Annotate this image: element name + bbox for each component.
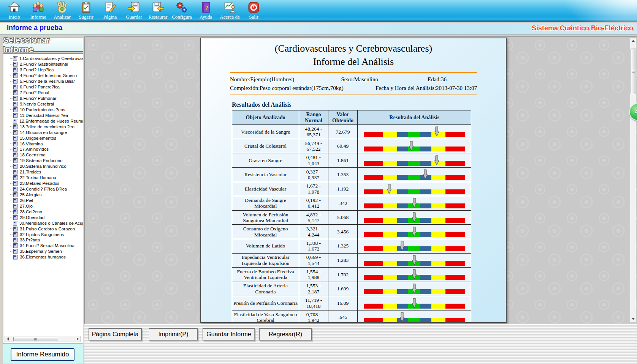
result-bar-cell xyxy=(358,282,471,296)
button-accel: R xyxy=(296,331,300,338)
toolbar-button-guardar[interactable]: Guardar xyxy=(122,0,146,21)
toolbar-button-informe[interactable]: Informe xyxy=(26,0,50,21)
button-accel: P xyxy=(182,331,187,338)
toolbar-button-acerca-de[interactable]: Acerca de xyxy=(218,0,242,21)
report-title-line1: (Cardiovasculares y Cerebrovasculares) xyxy=(201,42,506,55)
sidebar-item-label: 34.Funci? Sexual Masculina xyxy=(20,243,74,248)
imprimir-button[interactable]: Imprimir(P) xyxy=(149,328,198,340)
scroll-down-arrow-icon[interactable] xyxy=(630,316,636,322)
report-doc-icon xyxy=(13,136,18,141)
pagina-completa-button[interactable]: Página Completa xyxy=(89,328,142,340)
result-marker-icon xyxy=(400,312,404,322)
report-doc-icon xyxy=(13,232,18,237)
informe-resumido-button[interactable]: Informe Resumido xyxy=(11,348,74,361)
result-marker-icon xyxy=(409,141,414,151)
toolbar-button-analizar[interactable]: Analizar xyxy=(50,0,74,21)
sidebar-item-11[interactable]: 11.Densidad Mineral ?ea xyxy=(10,112,83,118)
result-value: 1.283 xyxy=(328,253,357,268)
results-table: Objeto Analizado Rango Normal Valor Obte… xyxy=(232,110,471,323)
tree-horizontal-scrollbar[interactable] xyxy=(5,336,81,342)
sidebar-item-label: 27.Ojo xyxy=(20,204,33,208)
toolbar-button-inicio[interactable]: Inicio xyxy=(2,0,26,21)
sidebar-item-35[interactable]: 35.Esperma y Semen xyxy=(10,249,83,254)
toolbar-label: Configura xyxy=(172,14,192,20)
sidebar-item-21[interactable]: 21.Tiroides xyxy=(10,169,83,175)
tree-scroll-track[interactable] xyxy=(10,337,75,341)
scroll-up-arrow-icon[interactable] xyxy=(630,38,636,44)
sidebar-item-label: 8.Funci? Pulmonar xyxy=(20,96,57,101)
app-brand-title: Sistema Cuántico Bio-Eléctrico xyxy=(532,24,633,32)
result-range: 4,832 - 5,147 xyxy=(299,210,328,225)
toolbar-button-configura[interactable]: Configura xyxy=(170,0,194,21)
sidebar-item-30[interactable]: 30.Meridianos o Canales de Acupuntura xyxy=(10,220,83,226)
toolbar-button-salir[interactable]: Salir xyxy=(242,0,266,21)
sidebar-item-32[interactable]: 32.Lipidos Sanguineos xyxy=(10,232,83,237)
sidebar-item-31[interactable]: 31.Pulso Cerebro y Corazon xyxy=(10,226,83,232)
result-row: Elasticidad de Arteria Coronaria1,553 - … xyxy=(232,282,471,296)
sidebar-item-12[interactable]: 12.Enfermedad de Hueso Reumatoide xyxy=(10,118,83,124)
sidebar-item-33[interactable]: 33.Pr?tata xyxy=(10,237,83,243)
sidebar-item-label: 16.Vitamina xyxy=(20,142,43,146)
sidebar-item-27[interactable]: 27.Ojo xyxy=(10,203,83,209)
toolbar-button-ayuda[interactable]: ? Ayuda xyxy=(194,0,218,21)
sidebar-item-17[interactable]: 17.Amino?idos xyxy=(10,147,83,152)
sidebar-item-26[interactable]: 26.Piel xyxy=(10,197,83,203)
main-vertical-scrollbar[interactable] xyxy=(630,38,636,322)
sidebar-item-24[interactable]: 24.Condici? F?ica B?ica xyxy=(10,186,83,192)
result-value: 1.325 xyxy=(328,239,357,253)
scroll-right-arrow-icon[interactable] xyxy=(75,337,80,341)
sidebar-item-label: 9.Nervio Cerebral xyxy=(20,102,54,106)
sidebar-item-16[interactable]: 16.Vitamina xyxy=(10,141,83,147)
toolbar-label: Analizar xyxy=(54,14,71,20)
toolbar-button-sugerir[interactable]: Sugerir xyxy=(74,0,98,21)
result-name: Presión de Perfusión Coronaria xyxy=(232,296,299,310)
result-value: 1.861 xyxy=(328,153,357,168)
sidebar-item-7[interactable]: 7.Funci? Renal xyxy=(10,90,83,96)
scroll-left-arrow-icon[interactable] xyxy=(5,337,10,341)
tree-scroll-thumb[interactable] xyxy=(13,337,58,341)
regresar-button[interactable]: Regresar(R) xyxy=(259,328,312,340)
sidebar-item-34[interactable]: 34.Funci? Sexual Masculina xyxy=(10,243,83,249)
result-bar-cell xyxy=(358,225,471,239)
patient-age: Edad:36 xyxy=(428,76,477,83)
report-doc-icon xyxy=(13,147,18,152)
sidebar-item-28[interactable]: 28.Col?eno xyxy=(10,209,83,214)
sidebar-item-14[interactable]: 14.Glucosa en la sangre xyxy=(10,129,83,135)
toolbar-button-pagina[interactable]: Página xyxy=(98,0,122,21)
sidebar-item-10[interactable]: 10.Padecimientos ?eos xyxy=(10,107,83,112)
sidebar-item-29[interactable]: 29.Obesidad xyxy=(10,214,83,220)
result-name: Volumen de Perfusión Sanguinea Miocardia… xyxy=(232,210,299,225)
sidebar-item-5[interactable]: 5.Funci? de la Ves?ula Biliar xyxy=(10,79,83,84)
sidebar-item-6[interactable]: 6.Funci? Pancre?ica xyxy=(10,84,83,90)
result-range: 11,719 - 18,418 xyxy=(299,296,328,310)
sidebar-item-22[interactable]: 22.Toxina Humana xyxy=(10,175,83,181)
sidebar-item-3[interactable]: 3.Funci? Hep?ica xyxy=(10,67,83,73)
sidebar-item-1[interactable]: 1.Cardiovasculares y Cerebrovasculares xyxy=(10,56,83,61)
guardar-informe-button[interactable]: Guardar Informe xyxy=(203,328,255,340)
patient-build: Complexión:Peso corporal estándar(175cm,… xyxy=(230,85,344,91)
result-bar-cell xyxy=(358,239,471,253)
sidebar-item-9[interactable]: 9.Nervio Cerebral xyxy=(10,101,83,107)
sidebar-item-23[interactable]: 23.Metales Pesados xyxy=(10,181,83,186)
sidebar-header: Seleccionar Informe xyxy=(3,38,83,52)
sidebar-item-15[interactable]: 15.Oligoelementos xyxy=(10,135,83,141)
result-row: Presión de Perfusión Coronaria11,719 - 1… xyxy=(232,296,471,310)
sidebar-item-2[interactable]: 2.Funci? Gastrointestinal xyxy=(10,61,83,67)
toolbar-button-restaurar[interactable]: Restaurar xyxy=(146,0,170,21)
bottom-button-bar: Página Completa Imprimir(P) Guardar Info… xyxy=(84,324,637,364)
toolbar-label: Ayuda xyxy=(200,14,212,20)
toolbar-label: Página xyxy=(103,14,117,20)
sidebar-item-8[interactable]: 8.Funci? Pulmonar xyxy=(10,96,83,101)
sidebar-item-20[interactable]: 20.Sistema Inmunol?ico xyxy=(10,164,83,169)
result-bar-cell xyxy=(358,125,471,139)
result-name: Elasticidad de Vaso Sanguineo Cerebral xyxy=(232,310,299,323)
sidebar-item-36[interactable]: 36.Elementos humanos xyxy=(10,254,83,260)
sidebar-item-25[interactable]: 25.Alergias xyxy=(10,192,83,198)
sidebar-item-4[interactable]: 4.Funci? del Intestino Grueso xyxy=(10,73,83,79)
report-doc-icon xyxy=(13,192,18,197)
sidebar-item-19[interactable]: 19.Sistema Endocrino xyxy=(10,158,83,164)
result-value: .645 xyxy=(328,310,357,323)
sidebar-item-18[interactable]: 18.Coenzima xyxy=(10,152,83,158)
main-scroll-thumb[interactable] xyxy=(631,49,636,94)
sidebar-item-13[interactable]: 13.?dice de crecimiento ?eo xyxy=(10,124,83,129)
